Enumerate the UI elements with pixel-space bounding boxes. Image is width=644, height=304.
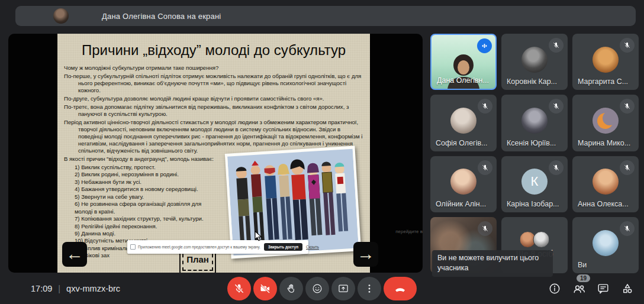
participant-name: Дана Олегівн... xyxy=(437,76,489,85)
avatar xyxy=(521,47,548,73)
presentation-slide: Причини „відходу” молоді до субкультур Ч… xyxy=(57,34,370,273)
clock-time: 17:09 xyxy=(31,284,52,293)
watermark-text: перейдите в xyxy=(321,229,423,234)
screen-share-icon xyxy=(130,244,136,250)
overflow-avatars xyxy=(520,231,550,248)
slide-paragraph: Чому ж молодіжні субкультури отримали та… xyxy=(64,64,365,72)
mic-toggle-button[interactable] xyxy=(227,277,251,300)
stop-sharing-button[interactable]: Закрыть доступ xyxy=(264,243,302,251)
meeting-panels: 19 xyxy=(548,273,635,304)
participant-grid: Дана Олегівн... Коровнік Кар... Маргарит… xyxy=(430,34,639,273)
more-options-button[interactable] xyxy=(358,277,381,300)
participant-name: Анна Олекса... xyxy=(578,200,629,208)
avatar xyxy=(593,169,619,195)
participant-tile-speaker[interactable]: Дана Олегівн... xyxy=(430,34,497,90)
reactions-button[interactable] xyxy=(305,277,329,300)
avatar xyxy=(593,230,619,256)
participant-tile[interactable]: К Каріна Ізобар... xyxy=(501,156,568,212)
slide-paragraph: По-третє, вона допомагає підлітку звільн… xyxy=(64,104,365,118)
participant-name: Коровнік Кар... xyxy=(507,77,557,86)
screen-share-notification: Приложению meet.google.com предоставлен … xyxy=(127,240,308,254)
cannot-remove-tooltip: Ви не можете вилучити цього учасника xyxy=(432,250,553,277)
presenter-avatar xyxy=(53,8,69,24)
participant-tile[interactable]: Олійник Алін... xyxy=(430,156,497,212)
present-screen-button[interactable] xyxy=(331,277,355,300)
share-message: Приложению meet.google.com предоставлен … xyxy=(138,245,260,249)
prev-slide-button[interactable]: ← xyxy=(62,242,87,267)
mic-muted-icon xyxy=(478,160,492,175)
avatar-initial: К xyxy=(521,169,548,195)
participant-name: Каріна Ізобар... xyxy=(507,200,559,208)
participant-tile[interactable]: Коровнік Кар... xyxy=(501,34,568,90)
next-slide-button[interactable]: → xyxy=(353,242,378,267)
slide-paragraph: По-друге, субкультура дозволяє молодій л… xyxy=(64,95,365,102)
mic-muted-icon xyxy=(620,160,635,175)
next-slide-icon: → xyxy=(357,244,375,263)
slide-title: Причини „відходу” молоді до субкультур xyxy=(62,42,365,59)
participant-count-badge: 19 xyxy=(577,274,590,282)
participant-tile[interactable]: Софія Олегів... xyxy=(430,95,497,151)
audio-active-icon xyxy=(477,38,492,53)
participant-name: Олійник Алін... xyxy=(436,200,486,208)
avatar xyxy=(450,169,476,195)
participant-tile-self[interactable]: Ви xyxy=(572,217,639,273)
activities-button[interactable] xyxy=(620,282,635,296)
participants-panel-button[interactable]: 19 xyxy=(572,282,586,296)
participant-tile[interactable]: Марина Мико... xyxy=(572,95,639,151)
shared-screen-stage: Причини „відходу” молоді до субкультур Ч… xyxy=(8,34,423,273)
meeting-code: qxv-mmzx-brc xyxy=(66,284,120,293)
mic-muted-icon xyxy=(478,99,492,114)
participant-name: Ксенія Юріїв... xyxy=(507,139,556,147)
avatar xyxy=(521,108,548,134)
presenting-banner: Дана Олегівна Сопова на екрані xyxy=(15,6,636,26)
participant-name: Маргарита С... xyxy=(578,77,628,86)
participant-tile[interactable]: Анна Олекса... xyxy=(572,156,639,212)
raise-hand-button[interactable] xyxy=(279,277,303,300)
presenter-label: Дана Олегівна Сопова на екрані xyxy=(102,12,221,21)
camera-toggle-button[interactable] xyxy=(253,277,277,300)
mic-muted-icon xyxy=(620,38,635,53)
mic-muted-icon xyxy=(620,221,635,236)
avatar xyxy=(593,47,619,73)
prev-slide-icon: ← xyxy=(66,244,83,263)
participant-tile[interactable]: Ксенія Юріїв... xyxy=(501,95,568,151)
hide-notification-link[interactable]: Скрыть xyxy=(306,245,319,249)
end-call-button[interactable] xyxy=(384,277,417,300)
mic-muted-icon xyxy=(549,160,564,175)
bottom-bar: 17:09 | qxv-mmzx-brc xyxy=(0,273,644,304)
participant-tile[interactable]: Маргарита С... xyxy=(572,34,639,90)
mic-muted-icon xyxy=(549,38,564,53)
chat-panel-button[interactable] xyxy=(596,282,610,296)
mic-muted-icon xyxy=(549,99,564,114)
slide-paragraph: По-перше, у субкультурній спільноті підл… xyxy=(64,73,365,94)
mic-muted-icon xyxy=(478,221,492,236)
participant-name: Софія Олегів... xyxy=(436,139,488,147)
mouse-cursor xyxy=(255,231,263,241)
avatar xyxy=(450,108,476,134)
divider: | xyxy=(58,284,60,293)
avatar-crescent-moon xyxy=(593,108,619,134)
call-controls xyxy=(227,277,417,300)
participant-name: Ви xyxy=(578,261,587,269)
meeting-details-button[interactable] xyxy=(548,282,562,296)
mic-muted-icon xyxy=(620,99,635,114)
participant-name: Марина Мико... xyxy=(578,139,630,147)
